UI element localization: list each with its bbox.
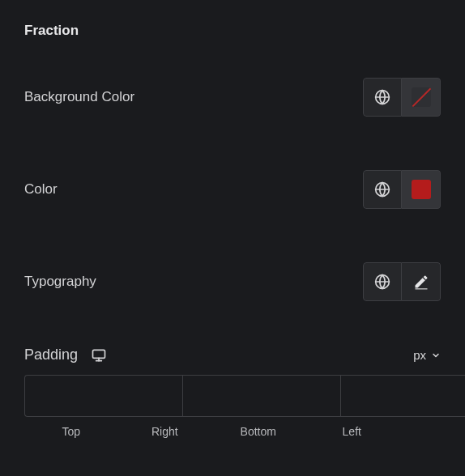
color-swatch-button[interactable] [402, 170, 441, 209]
padding-caption-spacer [399, 425, 441, 438]
padding-right-caption: Right [118, 425, 212, 438]
unit-label: px [413, 348, 426, 362]
color-controls [363, 170, 441, 209]
chevron-down-icon [431, 351, 441, 360]
typography-edit-button[interactable] [402, 262, 441, 301]
padding-bottom-input[interactable] [340, 375, 465, 417]
color-row: Color [24, 170, 441, 209]
globe-icon [374, 89, 390, 105]
padding-top-input[interactable] [24, 375, 182, 417]
section-title: Fraction [24, 23, 441, 39]
background-color-label: Background Color [24, 89, 134, 105]
globe-icon [374, 181, 390, 198]
padding-right-input[interactable] [182, 375, 340, 417]
typography-row: Typography [24, 262, 441, 301]
padding-top-caption: Top [24, 425, 118, 438]
color-label: Color [24, 181, 58, 198]
unit-select[interactable]: px [413, 348, 441, 362]
padding-bottom-caption: Bottom [211, 425, 305, 438]
globe-icon [374, 274, 390, 290]
typography-label: Typography [24, 274, 96, 290]
padding-left-caption: Left [305, 425, 399, 438]
typography-controls [363, 262, 441, 301]
padding-captions: Top Right Bottom Left [24, 425, 441, 438]
desktop-icon [91, 347, 107, 363]
background-color-controls [363, 78, 441, 117]
no-color-swatch [412, 87, 431, 107]
color-global-button[interactable] [363, 170, 402, 209]
responsive-button[interactable] [91, 347, 107, 363]
color-swatch [412, 180, 431, 199]
background-color-swatch-button[interactable] [402, 78, 441, 117]
background-color-row: Background Color [24, 78, 441, 117]
background-color-global-button[interactable] [363, 78, 402, 117]
padding-label: Padding [24, 346, 78, 363]
padding-inputs [24, 375, 441, 417]
padding-header: Padding px [24, 346, 441, 363]
pencil-icon [413, 274, 429, 290]
svg-rect-7 [93, 350, 105, 358]
svg-rect-6 [415, 288, 427, 289]
typography-global-button[interactable] [363, 262, 402, 301]
